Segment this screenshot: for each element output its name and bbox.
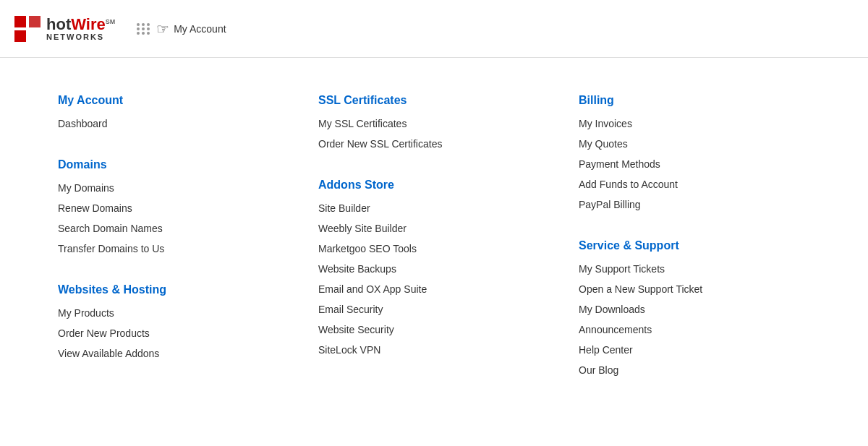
menu-link-2-1-3[interactable]: Announcements <box>579 324 810 335</box>
menu-column-0: My AccountDashboardDomainsMy DomainsRene… <box>43 80 304 392</box>
menu-link-2-0-4[interactable]: PayPal Billing <box>579 199 810 210</box>
logo-networks: NETWORKS <box>46 33 115 41</box>
logo-text: hotWireSM NETWORKS <box>46 17 115 41</box>
menu-link-1-1-2[interactable]: Marketgoo SEO Tools <box>318 243 550 254</box>
menu-link-2-1-2[interactable]: My Downloads <box>579 304 810 315</box>
menu-link-1-1-5[interactable]: Email Security <box>318 304 550 315</box>
menu-link-2-1-0[interactable]: My Support Tickets <box>579 263 810 275</box>
section-title-1-1: Addons Store <box>318 179 550 192</box>
menu-link-0-1-2[interactable]: Search Domain Names <box>58 223 289 234</box>
menu-link-2-1-5[interactable]: Our Blog <box>579 364 810 376</box>
logo-icon <box>14 16 41 42</box>
logo[interactable]: hotWireSM NETWORKS <box>14 16 115 42</box>
menu-link-1-1-4[interactable]: Email and OX App Suite <box>318 283 550 295</box>
menu-link-2-0-0[interactable]: My Invoices <box>579 118 810 129</box>
menu-link-0-2-0[interactable]: My Products <box>58 307 289 319</box>
menu-link-2-0-1[interactable]: My Quotes <box>579 138 810 150</box>
menu-link-2-1-1[interactable]: Open a New Support Ticket <box>579 283 810 295</box>
header: hotWireSM NETWORKS ☞ My Account <box>0 0 868 58</box>
menu-link-1-1-3[interactable]: Website Backups <box>318 263 550 275</box>
menu-link-1-1-1[interactable]: Weebly Site Builder <box>318 223 550 234</box>
menu-column-2: BillingMy InvoicesMy QuotesPayment Metho… <box>564 80 825 392</box>
menu-link-1-1-0[interactable]: Site Builder <box>318 202 550 214</box>
menu-link-1-0-0[interactable]: My SSL Certificates <box>318 118 550 129</box>
nav-dots-icon <box>137 23 150 35</box>
my-account-nav[interactable]: ☞ My Account <box>137 20 226 38</box>
my-account-nav-label: My Account <box>174 23 226 35</box>
menu-grid: My AccountDashboardDomainsMy DomainsRene… <box>43 80 825 392</box>
menu-link-1-1-6[interactable]: Website Security <box>318 324 550 335</box>
menu-link-0-2-2[interactable]: View Available Addons <box>58 348 289 359</box>
menu-link-2-0-2[interactable]: Payment Methods <box>579 158 810 170</box>
menu-link-0-1-3[interactable]: Transfer Domains to Us <box>58 243 289 254</box>
menu-link-0-1-1[interactable]: Renew Domains <box>58 202 289 214</box>
menu-link-1-0-1[interactable]: Order New SSL Certificates <box>318 138 550 150</box>
menu-link-2-0-3[interactable]: Add Funds to Account <box>579 179 810 190</box>
menu-link-0-2-1[interactable]: Order New Products <box>58 327 289 339</box>
section-title-2-1: Service & Support <box>579 239 810 252</box>
section-title-0-1: Domains <box>58 158 289 171</box>
menu-link-1-1-7[interactable]: SiteLock VPN <box>318 344 550 356</box>
section-title-0-2: Websites & Hosting <box>58 283 289 296</box>
section-title-0-0: My Account <box>58 94 289 107</box>
section-title-1-0: SSL Certificates <box>318 94 550 107</box>
logo-brand-name: hotWireSM <box>46 17 115 33</box>
section-title-2-0: Billing <box>579 94 810 107</box>
menu-column-1: SSL CertificatesMy SSL CertificatesOrder… <box>304 80 564 392</box>
menu-link-0-1-0[interactable]: My Domains <box>58 182 289 194</box>
menu-link-2-1-4[interactable]: Help Center <box>579 344 810 356</box>
cursor-icon: ☞ <box>156 20 169 38</box>
main-content: My AccountDashboardDomainsMy DomainsRene… <box>0 58 868 413</box>
menu-link-0-0-0[interactable]: Dashboard <box>58 118 289 129</box>
